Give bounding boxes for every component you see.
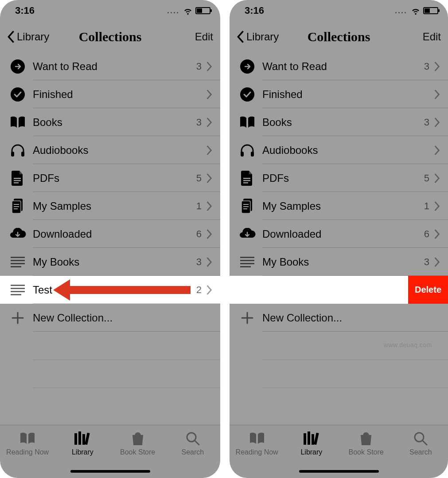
collection-label: My Books: [33, 256, 196, 268]
new-collection-button[interactable]: New Collection...: [0, 304, 220, 332]
svg-rect-37: [243, 208, 247, 209]
tab-label: Reading Now: [236, 448, 278, 456]
plus-icon: [9, 309, 27, 327]
tab-reading-now[interactable]: Reading Now: [233, 431, 281, 456]
headphones-icon: [9, 141, 27, 159]
collection-row-test[interactable]: Test 2: [0, 276, 220, 304]
bag-icon: [129, 431, 147, 447]
collection-row-my-books[interactable]: My Books 3: [230, 248, 448, 276]
document-icon: [9, 169, 27, 187]
search-icon: [184, 431, 202, 447]
chevron-right-icon: [434, 62, 440, 71]
collection-row-my-samples[interactable]: My Samples 1: [230, 192, 448, 220]
collection-row-books[interactable]: Books 3: [0, 108, 220, 136]
cellular-dots-icon: ....: [167, 6, 179, 16]
svg-rect-49: [314, 433, 319, 445]
collection-count: 6: [196, 228, 202, 240]
wifi-icon: [183, 6, 193, 16]
tab-label: Reading Now: [6, 448, 49, 456]
collection-row-want-to-read[interactable]: Want to Read 3: [230, 52, 448, 80]
edit-button[interactable]: Edit: [423, 31, 441, 43]
back-button[interactable]: Library: [7, 31, 49, 43]
edit-button[interactable]: Edit: [195, 31, 213, 43]
collection-label: My Samples: [262, 200, 424, 212]
collection-row-audiobooks[interactable]: Audiobooks: [0, 136, 220, 164]
home-indicator[interactable]: [70, 470, 150, 473]
book-open-icon: [19, 431, 36, 447]
svg-rect-2: [11, 152, 14, 157]
collection-label: Downloaded: [262, 228, 424, 240]
svg-rect-16: [11, 285, 25, 286]
svg-rect-32: [243, 182, 248, 184]
collection-label: st: [230, 284, 432, 296]
nav-bar: Library Collections Edit: [0, 21, 220, 52]
svg-rect-6: [14, 182, 19, 184]
tab-label: Book Store: [120, 448, 155, 456]
chevron-left-icon: [237, 31, 245, 43]
collection-count: 1: [196, 200, 202, 212]
collection-row-books[interactable]: Books 3: [230, 108, 448, 136]
collection-label: Test: [33, 284, 196, 296]
tab-label: Library: [72, 448, 93, 456]
collection-label: Books: [33, 116, 196, 129]
checkmark-circle-icon: [9, 86, 27, 103]
collection-count: 3: [196, 61, 202, 72]
collection-row-audiobooks[interactable]: Audiobooks: [230, 136, 448, 164]
collection-count: 3: [196, 117, 202, 128]
status-time: 3:16: [245, 5, 264, 16]
collection-row-want-to-read[interactable]: Want to Read 3: [0, 52, 220, 80]
home-indicator[interactable]: [299, 470, 379, 473]
tab-reading-now[interactable]: Reading Now: [3, 431, 52, 456]
tab-search[interactable]: Search: [168, 431, 217, 456]
tab-book-store[interactable]: Book Store: [342, 431, 390, 456]
svg-rect-35: [243, 204, 249, 205]
collection-count: 5: [196, 172, 202, 184]
list-icon: [9, 253, 27, 271]
collection-row-pdfs[interactable]: PDFs 5: [230, 164, 448, 192]
svg-rect-40: [240, 263, 254, 264]
delete-button[interactable]: Delete: [408, 276, 448, 304]
collection-label: My Samples: [33, 200, 196, 212]
back-label: Library: [246, 31, 279, 43]
collection-row-pdfs[interactable]: PDFs 5: [0, 164, 220, 192]
collection-row-downloaded[interactable]: Downloaded 6: [0, 220, 220, 248]
collection-label: Want to Read: [262, 60, 424, 73]
cellular-dots-icon: ....: [395, 6, 407, 16]
collection-row-finished[interactable]: Finished: [230, 80, 448, 108]
new-collection-button[interactable]: New Collection...: [230, 304, 448, 332]
tab-library[interactable]: Library: [58, 431, 107, 456]
status-bar: 3:16 ....: [230, 0, 448, 21]
svg-rect-30: [243, 178, 250, 179]
cloud-download-icon: [238, 225, 256, 243]
book-icon: [9, 114, 27, 131]
new-collection-label: New Collection...: [262, 312, 440, 324]
empty-rows: [0, 332, 220, 416]
collection-row-downloaded[interactable]: Downloaded 6: [230, 220, 448, 248]
list-icon: [9, 281, 27, 299]
back-button[interactable]: Library: [237, 31, 279, 43]
tab-book-store[interactable]: Book Store: [113, 431, 162, 456]
collections-list: Want to Read 3 Finished Books 3: [230, 52, 448, 425]
tab-label: Search: [409, 448, 432, 456]
chevron-right-icon: [206, 285, 212, 295]
phone-screen-right: 3:16 .... Library Collections Edit Want …: [230, 0, 448, 478]
collection-count: 5: [424, 172, 429, 184]
svg-rect-39: [240, 260, 254, 261]
collection-row-my-books[interactable]: My Books 3: [0, 248, 220, 276]
collection-row-test-swiped[interactable]: st 2 Delete: [230, 276, 448, 304]
svg-rect-48: [312, 434, 314, 445]
chevron-right-icon: [206, 145, 212, 155]
collection-row-my-samples[interactable]: My Samples 1: [0, 192, 220, 220]
collection-label: PDFs: [33, 172, 196, 184]
search-icon: [412, 431, 429, 447]
back-label: Library: [17, 31, 49, 43]
svg-rect-23: [85, 433, 90, 445]
collection-label: Downloaded: [33, 228, 196, 240]
plus-icon: [238, 309, 256, 327]
collection-row-finished[interactable]: Finished: [0, 80, 220, 108]
status-bar: 3:16 ....: [0, 0, 220, 21]
tab-search[interactable]: Search: [396, 431, 445, 456]
collections-list: Want to Read 3 Finished Books 3: [0, 52, 220, 425]
tab-library[interactable]: Library: [287, 431, 336, 456]
chevron-right-icon: [206, 62, 212, 71]
